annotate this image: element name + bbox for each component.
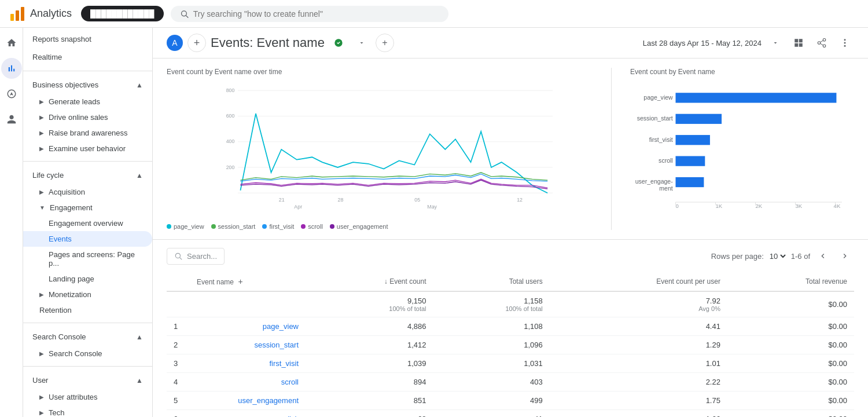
search-input[interactable] xyxy=(193,9,439,19)
sidebar-item-realtime[interactable]: Realtime xyxy=(23,48,152,66)
svg-text:scroll: scroll xyxy=(659,157,673,164)
business-objectives-header[interactable]: Business objectives ▲ xyxy=(23,76,152,94)
event-name-link[interactable]: session_start xyxy=(254,341,299,349)
svg-text:12: 12 xyxy=(517,197,523,203)
explore-icon xyxy=(6,89,17,99)
totals-total-users: 1,158 100% of total xyxy=(433,291,550,317)
events-table: Event name + ↓ Event count Total users E… xyxy=(167,272,854,417)
sidebar-item-search-console[interactable]: ▶ Search Console xyxy=(23,346,152,361)
user-header[interactable]: User ▲ xyxy=(23,371,152,389)
row-event-name: session_start xyxy=(190,336,306,354)
search-icon xyxy=(180,9,189,19)
sidebar-item-acquisition[interactable]: ▶ Acquisition xyxy=(23,184,152,200)
svg-line-53 xyxy=(180,258,182,259)
row-event-name: click xyxy=(190,410,306,418)
analytics-logo-icon xyxy=(9,6,25,22)
row-event-name: first_visit xyxy=(190,354,306,373)
sidebar-item-generate-leads[interactable]: ▶ Generate leads xyxy=(23,94,152,109)
home-icon xyxy=(6,38,17,48)
row-per-user: 2.22 xyxy=(550,373,727,392)
sidebar-item-user-attributes[interactable]: ▶ User attributes xyxy=(23,389,152,405)
event-name-link[interactable]: click xyxy=(284,415,299,417)
row-event-count: 68 xyxy=(306,410,433,418)
life-cycle-header[interactable]: Life cycle ▲ xyxy=(23,166,152,184)
bar-chart-container: Event count by Event name page_view sess… xyxy=(611,68,854,230)
add-comparison-button[interactable]: + xyxy=(187,34,206,52)
row-num: 5 xyxy=(167,392,190,410)
sidebar-item-landing-page[interactable]: Landing page xyxy=(23,271,152,287)
table-view-button[interactable] xyxy=(789,34,808,52)
next-page-button[interactable] xyxy=(836,247,854,265)
account-button[interactable]: ████████████ xyxy=(81,6,164,21)
sidebar-item-retention[interactable]: Retention xyxy=(23,302,152,318)
row-total-users: 1,096 xyxy=(433,336,550,354)
svg-point-12 xyxy=(844,39,846,41)
settings-icon-btn[interactable] xyxy=(1,109,22,130)
svg-line-10 xyxy=(820,43,823,45)
legend-user-engagement: user_engagement xyxy=(330,223,388,230)
svg-rect-2 xyxy=(21,7,24,21)
row-event-count: 894 xyxy=(306,373,433,392)
row-revenue: $0.00 xyxy=(727,317,854,336)
search-icon xyxy=(174,252,182,260)
rows-per-page-select[interactable]: 10 25 50 xyxy=(767,251,788,261)
sidebar-item-monetization[interactable]: ▶ Monetization xyxy=(23,287,152,302)
sidebar-item-pages-screens[interactable]: Pages and screens: Page p... xyxy=(23,247,152,271)
home-icon-btn[interactable] xyxy=(1,32,22,53)
row-num: 6 xyxy=(167,410,190,418)
search-console-header[interactable]: Search Console ▲ xyxy=(23,328,152,346)
sidebar-item-drive-online-sales[interactable]: ▶ Drive online sales xyxy=(23,109,152,125)
bar-chart-svg: page_view session_start first_visit scro… xyxy=(630,83,854,216)
status-icon-button[interactable] xyxy=(329,34,348,52)
dropdown-arrow-button[interactable] xyxy=(352,34,371,52)
add-column-button[interactable]: + xyxy=(238,277,242,286)
col-event-count[interactable]: ↓ Event count xyxy=(306,272,433,291)
svg-text:05: 05 xyxy=(414,197,420,203)
event-name-link[interactable]: scroll xyxy=(281,378,299,386)
sidebar-item-engagement-overview[interactable]: Engagement overview xyxy=(23,215,152,231)
totals-num xyxy=(167,291,190,317)
sidebar-item-engagement[interactable]: ▼ Engagement xyxy=(23,200,152,215)
reports-icon-btn[interactable] xyxy=(1,58,22,79)
more-vert-icon xyxy=(840,38,850,48)
row-event-count: 851 xyxy=(306,392,433,410)
main-content: A + Events: Event name + Last 28 days Ap… xyxy=(153,28,868,417)
table-row: 5 user_engagement 851 499 1.75 $0.00 xyxy=(167,392,854,410)
table-row: 2 session_start 1,412 1,096 1.29 $0.00 xyxy=(167,336,854,354)
explore-icon-btn[interactable] xyxy=(1,83,22,104)
divider-2 xyxy=(23,161,152,162)
svg-text:0: 0 xyxy=(676,203,679,209)
event-name-link[interactable]: user_engagement xyxy=(238,396,299,405)
charts-section: Event count by Event name over time 800 … xyxy=(153,58,868,240)
sidebar-item-raise-brand-awareness[interactable]: ▶ Raise brand awareness xyxy=(23,125,152,141)
user-section: User ▲ ▶ User attributes ▶ Tech xyxy=(23,369,152,417)
svg-text:May: May xyxy=(427,204,437,210)
more-options-button[interactable] xyxy=(836,34,854,52)
col-total-revenue[interactable]: Total revenue xyxy=(727,272,854,291)
svg-text:2K: 2K xyxy=(756,203,763,209)
col-total-users[interactable]: Total users xyxy=(433,272,550,291)
svg-point-8 xyxy=(818,42,821,45)
sidebar-item-events[interactable]: Events xyxy=(23,231,152,247)
table-toolbar: Search... Rows per page: 10 25 50 1-6 of xyxy=(167,240,854,272)
totals-per-user: 7.92 Avg 0% xyxy=(550,291,727,317)
sidebar-item-tech[interactable]: ▶ Tech xyxy=(23,405,152,417)
table-header: Event name + ↓ Event count Total users E… xyxy=(167,272,854,291)
row-revenue: $0.00 xyxy=(727,354,854,373)
col-event-per-user[interactable]: Event count per user xyxy=(550,272,727,291)
page-header: A + Events: Event name + Last 28 days Ap… xyxy=(153,28,868,58)
date-dropdown-button[interactable] xyxy=(766,34,785,52)
col-event-name[interactable]: Event name + xyxy=(190,272,306,291)
share-button[interactable] xyxy=(812,34,831,52)
event-name-link[interactable]: page_view xyxy=(263,322,299,331)
sidebar-item-reports-snapshot[interactable]: Reports snapshot xyxy=(23,30,152,48)
add-metric-button[interactable]: + xyxy=(376,34,394,52)
prev-page-button[interactable] xyxy=(814,247,832,265)
table-search[interactable]: Search... xyxy=(167,248,225,265)
expand-arrow-icon: ▶ xyxy=(39,409,44,416)
sidebar-item-examine-user-behavior[interactable]: ▶ Examine user behavior xyxy=(23,141,152,156)
event-name-link[interactable]: first_visit xyxy=(269,359,299,368)
rows-per-page: Rows per page: 10 25 50 1-6 of xyxy=(711,247,854,265)
expand-arrow-icon: ▶ xyxy=(39,145,44,152)
chevron-down-icon xyxy=(772,39,779,46)
